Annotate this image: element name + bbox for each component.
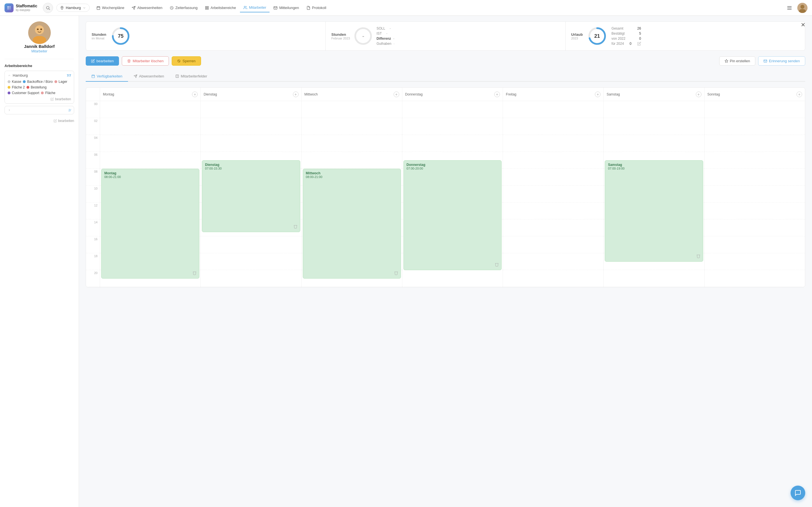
bottom-edit-link[interactable]: bearbeiten [4,119,74,123]
pencil-btn-icon [91,59,95,63]
day-label-dienstag: Dienstag [204,93,217,96]
hamburg-group-name: Hamburg [13,73,28,77]
svg-point-1 [9,6,11,8]
tag-bestellung: Bestellung [27,86,47,89]
location-selector[interactable]: Hamburg [56,4,89,12]
mail-btn-icon [763,59,767,63]
day-col-freitag: Freitag + [503,88,604,287]
hamburg-group-badge: 7/7 [67,74,71,77]
erinnerung-button[interactable]: Erinnerung senden [758,56,805,66]
arbeitsbereich-header-hamburg[interactable]: Hamburg 7/7 [8,73,71,77]
svg-point-22 [801,5,804,9]
delete-donnerstag-button[interactable] [495,262,499,268]
stat-feb-diff-val: - [393,37,395,41]
svg-point-3 [9,8,11,9]
chat-icon [795,490,801,496]
day-col-dienstag: Dienstag + Dienstag 07:00-15 [201,88,301,287]
brand-text: Staffomatic by easypep [16,4,37,12]
svg-rect-37 [92,75,95,78]
tag-backoffice: Backoffice / Büro [23,80,53,83]
day-header-donnerstag: Donnerstag + [402,88,503,101]
add-dienstag-button[interactable]: + [293,92,299,97]
time-08: 08 [86,169,100,186]
tab-mitarbeiterfelder[interactable]: Mitarbeiterfelder [170,71,213,82]
pin-icon [725,59,728,63]
nav-mitarbeiter-label: Mitarbeiter [249,5,266,10]
delete-montag-button[interactable] [192,271,197,276]
delete-samstag-button[interactable] [696,254,701,259]
profile-section: Jannik Balldorf Mitarbeiter [4,21,74,59]
time-10: 10 [86,186,100,203]
bearbeiten-button[interactable]: bearbeiten [86,56,119,66]
pencil-small-icon[interactable] [637,42,641,46]
delete-dienstag-button[interactable] [293,224,298,230]
stat-feb-ist-label: IST [376,32,382,36]
availability-donnerstag[interactable]: Donnerstag 07:00-20:00 [403,160,502,270]
stat-urlaub-bestaetigt-label: Bestätigt [612,32,625,36]
bearbeiten-label: bearbeiten [96,59,114,63]
tag-flaeche2-label: Fläche 2 [12,86,25,89]
svg-point-27 [37,29,39,30]
nav-protokoll[interactable]: Protokoll [303,3,330,12]
search-button[interactable] [43,3,53,13]
bottom-edit-label: bearbeiten [58,119,74,123]
day-header-montag: Montag + [100,88,200,101]
collapsed-group[interactable]: 2/ [4,106,74,114]
nav-wochenplaene[interactable]: Wochenpläne [93,3,128,12]
close-button[interactable]: ✕ [799,20,808,29]
main-content: ✕ Stunden im Monat 75 [79,16,812,507]
availability-montag[interactable]: Montag 08:00-21:00 [101,169,199,279]
user-avatar[interactable] [797,3,808,13]
edit-link[interactable]: bearbeiten [8,97,71,101]
nav-abwesenheiten[interactable]: Abwesenheiten [128,3,166,12]
tab-abwesenheiten[interactable]: Abwesenheiten [128,71,170,82]
loeschen-button[interactable]: Mitarbeiter löschen [122,56,169,66]
tag-backoffice-dot [23,80,26,83]
brand-logo-area: Staffomatic by easypep [4,3,37,12]
edit-link-label: bearbeiten [55,97,71,101]
nav-arbeitsbereiche-label: Arbeitsbereiche [211,6,236,10]
time-20: 20 [86,270,100,287]
stat-stunden-monat-labels: Stunden im Monat [92,33,106,40]
stat-urlaub-gesamt-row: Gesamt 26 [612,26,641,31]
svg-point-0 [7,6,9,8]
day-label-samstag: Samstag [606,93,620,96]
time-14: 14 [86,219,100,236]
tag-kasse-label: Kasse [12,80,21,83]
day-col-donnerstag: Donnerstag + Donnerstag 07:0 [402,88,503,287]
form-tab-icon [175,74,179,78]
add-donnerstag-button[interactable]: + [494,92,500,97]
tab-verfuegbarkeiten[interactable]: Verfügbarkeiten [86,71,128,82]
main-layout: Jannik Balldorf Mitarbeiter Arbeitsberei… [0,16,812,507]
availability-mittwoch[interactable]: Mittwoch 08:00-21:00 [303,169,401,279]
add-mittwoch-button[interactable]: + [394,92,399,97]
nav-abwesenheiten-label: Abwesenheiten [137,6,162,10]
add-samstag-button[interactable]: + [696,92,702,97]
nav-zeiterfassung[interactable]: Zeiterfassung [166,3,201,12]
avail-samstag-time: 07:00-19:00 [608,167,700,170]
stat-feb-ist-val: - [386,32,388,36]
day-cells-sonntag [705,101,805,287]
pin-button[interactable]: Pin erstellen [719,56,756,66]
add-freitag-button[interactable]: + [595,92,601,97]
tag-bestellung-label: Bestellung [31,86,47,89]
add-montag-button[interactable]: + [192,92,198,97]
stat-urlaub: Urlaub 2023 21 Gesamt 26 Be [566,22,805,50]
availability-dienstag[interactable]: Dienstag 07:00-15:30 [202,160,300,232]
delete-mittwoch-button[interactable] [394,271,398,276]
time-col-header [86,88,100,101]
chat-bubble[interactable] [791,486,805,500]
sperren-button[interactable]: Sperren [172,56,201,66]
hamburger-menu[interactable] [784,3,795,13]
action-row: bearbeiten Mitarbeiter löschen Sperren P… [86,56,805,66]
nav-mitteilungen[interactable]: Mitteilungen [270,3,302,12]
stat-urlaub-fuer2024-label: für 2024 [612,42,624,46]
sidebar: Jannik Balldorf Mitarbeiter Arbeitsberei… [0,16,79,507]
nav-arbeitsbereiche[interactable]: Arbeitsbereiche [202,3,239,12]
day-col-sonntag: Sonntag + [705,88,805,287]
nav-mitarbeiter[interactable]: Mitarbeiter [240,3,269,12]
calendar: 00 02 04 06 08 10 12 14 16 18 20 Montag … [86,87,805,287]
add-sonntag-button[interactable]: + [797,92,802,97]
availability-samstag[interactable]: Samstag 07:00-19:00 [605,160,703,262]
action-right: Pin erstellen Erinnerung senden [719,56,805,66]
